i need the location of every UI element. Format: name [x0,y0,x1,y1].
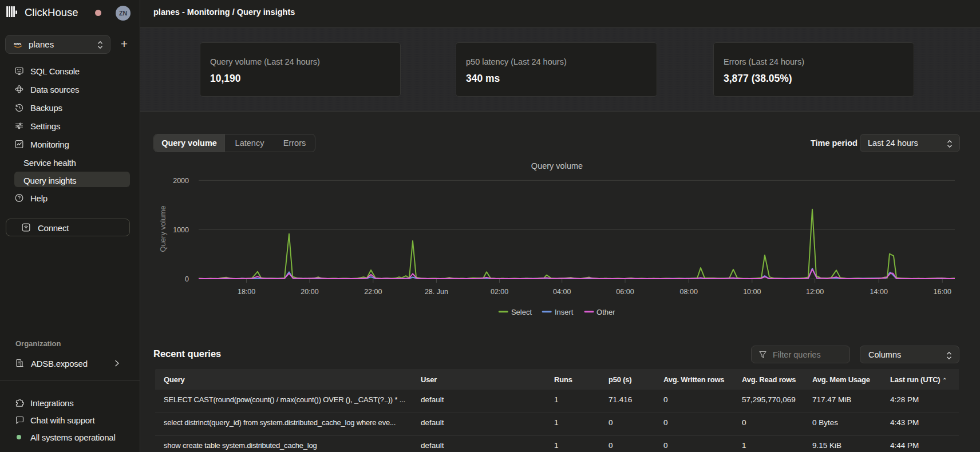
svg-text:22:00: 22:00 [364,288,382,296]
svg-text:Other: Other [596,308,615,316]
svg-text:aws: aws [14,42,21,46]
svg-text:1000: 1000 [173,226,189,234]
svg-text:28. Jun: 28. Jun [425,288,448,296]
svg-text:2000: 2000 [173,177,189,185]
svg-text:20:00: 20:00 [301,288,318,296]
svg-text:0: 0 [185,275,189,283]
svg-text:06:00: 06:00 [616,288,634,296]
svg-text:18:00: 18:00 [238,288,255,296]
svg-text:Select: Select [511,308,532,316]
svg-text:02:00: 02:00 [491,288,508,296]
svg-text:Query volume: Query volume [159,206,167,252]
svg-text:16:00: 16:00 [934,288,951,296]
svg-text:14:00: 14:00 [870,288,888,296]
svg-text:Insert: Insert [555,308,574,316]
svg-text:12:00: 12:00 [806,288,824,296]
svg-text:08:00: 08:00 [680,288,698,296]
svg-text:Query volume: Query volume [531,161,583,171]
svg-text:04:00: 04:00 [553,288,571,296]
svg-text:10:00: 10:00 [743,288,761,296]
